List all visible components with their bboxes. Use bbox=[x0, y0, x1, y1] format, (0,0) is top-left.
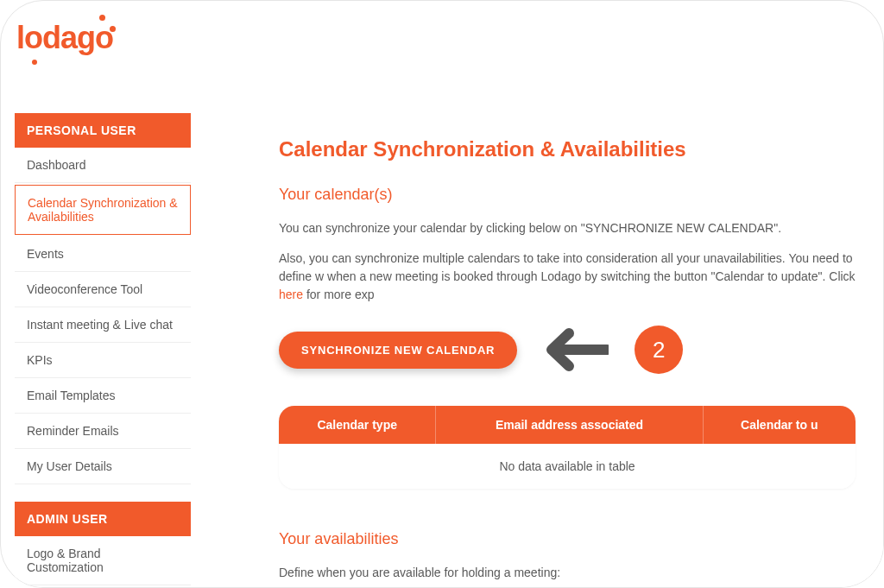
brand-logo: lodago bbox=[16, 20, 113, 56]
here-link[interactable]: here bbox=[279, 288, 303, 301]
availabilities-heading: Your availabilities bbox=[279, 530, 856, 548]
sidebar-item-reminder-emails[interactable]: Reminder Emails bbox=[15, 414, 191, 449]
sidebar-item-videoconference[interactable]: Videoconference Tool bbox=[15, 272, 191, 307]
sidebar-item-brand-customization[interactable]: Logo & Brand Customization bbox=[15, 536, 191, 585]
synchronize-new-calendar-button[interactable]: SYNCHRONIZE NEW CALENDAR bbox=[279, 332, 517, 369]
sidebar-item-kpis[interactable]: KPIs bbox=[15, 343, 191, 378]
table-empty-message: No data available in table bbox=[279, 444, 856, 489]
step-badge: 2 bbox=[635, 326, 683, 374]
sidebar-item-user-details[interactable]: My User Details bbox=[15, 449, 191, 484]
availabilities-desc: Define when you are available for holdin… bbox=[279, 564, 856, 582]
calendars-desc-1: You can synchronize your calendar by cli… bbox=[279, 219, 856, 237]
sidebar-item-instant-meeting[interactable]: Instant meeting & Live chat bbox=[15, 307, 191, 343]
sidebar-header-personal: PERSONAL USER bbox=[15, 113, 191, 148]
sidebar-item-events[interactable]: Events bbox=[15, 237, 191, 272]
sidebar-item-email-templates[interactable]: Email Templates bbox=[15, 378, 191, 414]
col-calendar-to-update: Calendar to u bbox=[703, 406, 856, 444]
page-title: Calendar Synchronization & Availabilitie… bbox=[279, 137, 856, 161]
col-email-associated: Email address associated bbox=[436, 406, 703, 444]
sidebar-header-admin: ADMIN USER bbox=[15, 502, 191, 536]
calendars-table: Calendar type Email address associated C… bbox=[279, 406, 856, 489]
sidebar: PERSONAL USER Dashboard Calendar Synchro… bbox=[15, 113, 191, 588]
main-panel: Calendar Synchronization & Availabilitie… bbox=[251, 113, 883, 588]
calendars-heading: Your calendar(s) bbox=[279, 186, 856, 204]
sidebar-item-calendar-sync[interactable]: Calendar Synchronization & Availabilitie… bbox=[15, 185, 191, 235]
calendars-desc-2: Also, you can synchronize multiple calen… bbox=[279, 250, 856, 304]
arrow-left-icon bbox=[543, 325, 609, 375]
sidebar-item-dashboard[interactable]: Dashboard bbox=[15, 148, 191, 183]
col-calendar-type: Calendar type bbox=[279, 406, 436, 444]
